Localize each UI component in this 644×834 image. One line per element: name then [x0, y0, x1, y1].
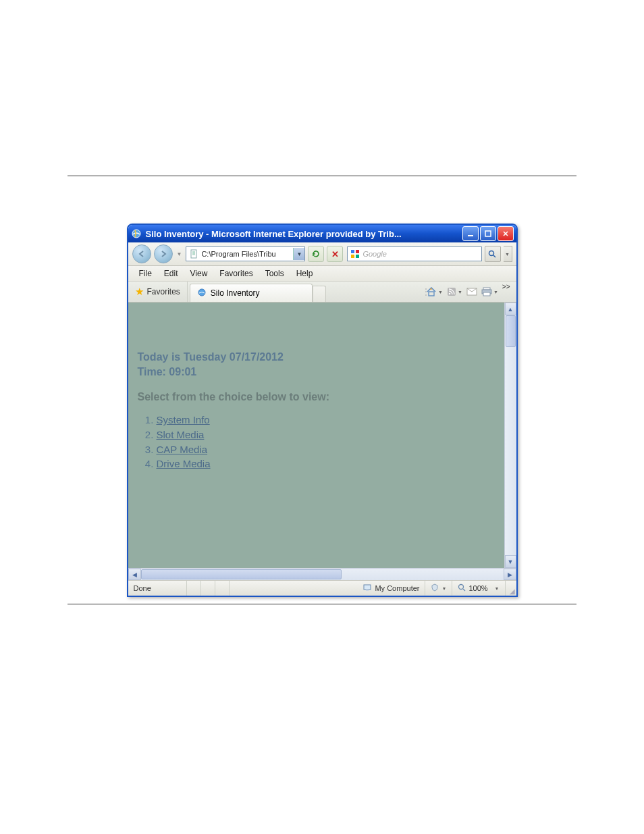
- star-icon: ★: [135, 286, 144, 298]
- stop-button[interactable]: ✕: [327, 246, 343, 262]
- computer-icon: [363, 583, 372, 594]
- status-pane: [173, 581, 187, 596]
- read-mail-button[interactable]: [464, 286, 479, 297]
- menu-help[interactable]: Help: [291, 267, 319, 280]
- svg-rect-11: [431, 288, 432, 290]
- status-pane: [215, 581, 230, 596]
- link-slot-media[interactable]: Slot Media: [157, 429, 205, 440]
- scroll-up-button[interactable]: ▲: [505, 303, 516, 315]
- menu-file[interactable]: File: [134, 267, 157, 280]
- feeds-button[interactable]: ▼: [445, 286, 464, 298]
- navigation-toolbar: ▼ C:\Program Files\Tribu ▼ ✕: [128, 242, 516, 266]
- svg-rect-1: [468, 235, 473, 236]
- time-text: Time: 09:01: [138, 365, 495, 380]
- svg-rect-3: [191, 250, 196, 258]
- menu-tools[interactable]: Tools: [260, 267, 290, 280]
- list-item: System Info: [157, 413, 495, 427]
- list-item: Drive Media: [157, 457, 495, 471]
- protected-mode-button[interactable]: ▼: [425, 581, 452, 596]
- status-pane: [187, 581, 201, 596]
- favorites-button[interactable]: ★ Favorites: [128, 282, 188, 302]
- scroll-right-button[interactable]: ▶: [504, 569, 516, 580]
- link-cap-media[interactable]: CAP Media: [157, 444, 208, 455]
- refresh-button[interactable]: [308, 246, 324, 262]
- minimize-button[interactable]: [462, 226, 479, 241]
- svg-rect-4: [351, 250, 354, 253]
- address-dropdown-icon[interactable]: ▼: [293, 248, 304, 260]
- svg-rect-17: [483, 292, 490, 296]
- scroll-track[interactable]: [505, 315, 516, 555]
- svg-rect-7: [356, 255, 359, 258]
- chevron-down-icon: ▼: [458, 290, 462, 294]
- list-item: CAP Media: [157, 442, 495, 457]
- status-text: Done: [128, 581, 173, 596]
- link-system-info[interactable]: System Info: [157, 414, 210, 425]
- svg-rect-2: [485, 231, 491, 236]
- menu-edit[interactable]: Edit: [159, 267, 184, 280]
- prompt-text: Select from the choice below to view:: [138, 391, 495, 403]
- back-button[interactable]: [132, 244, 151, 263]
- menu-favorites[interactable]: Favorites: [214, 267, 258, 280]
- svg-rect-12: [448, 288, 456, 296]
- search-placeholder: Google: [363, 250, 386, 258]
- menu-bar: File Edit View Favorites Tools Help: [128, 266, 516, 282]
- resize-grip-icon[interactable]: ◢: [506, 580, 516, 596]
- security-zone[interactable]: My Computer: [357, 581, 425, 596]
- address-text: C:\Program Files\Tribu: [201, 250, 293, 258]
- horizontal-scrollbar[interactable]: ◀ ▶: [128, 568, 516, 580]
- menu-view[interactable]: View: [185, 267, 213, 280]
- divider-bottom: [68, 604, 576, 604]
- shield-icon: [431, 583, 439, 593]
- tab-active[interactable]: Silo Inventory: [190, 284, 313, 302]
- close-button[interactable]: [498, 226, 514, 241]
- titlebar[interactable]: Silo Inventory - Microsoft Internet Expl…: [128, 225, 516, 242]
- date-text: Today is Tuesday 07/17/2012: [138, 350, 495, 365]
- tab-bar: ★ Favorites Silo Inventory ⋮ ▼ ▼: [128, 282, 516, 303]
- status-pane: [201, 581, 215, 596]
- window-title: Silo Inventory - Microsoft Internet Expl…: [146, 229, 462, 239]
- page-icon: [188, 249, 199, 259]
- search-dropdown-icon[interactable]: ▼: [504, 246, 512, 262]
- scroll-thumb[interactable]: [141, 569, 342, 579]
- vertical-scrollbar[interactable]: ▲ ▼: [504, 303, 516, 568]
- home-button[interactable]: ▼: [424, 285, 445, 298]
- zoom-control[interactable]: 100% ▼: [452, 581, 505, 596]
- svg-rect-19: [366, 590, 369, 591]
- command-bar: ⋮ ▼ ▼ ▼ >>: [421, 282, 516, 302]
- scroll-left-button[interactable]: ◀: [128, 569, 141, 580]
- viewport: Today is Tuesday 07/17/2012 Time: 09:01 …: [128, 303, 516, 568]
- browser-window: Silo Inventory - Microsoft Internet Expl…: [127, 224, 518, 597]
- chevron-down-icon: ▼: [493, 290, 498, 294]
- print-button[interactable]: ▼: [479, 286, 500, 298]
- svg-point-8: [489, 251, 494, 255]
- svg-point-13: [449, 293, 451, 295]
- link-drive-media[interactable]: Drive Media: [157, 458, 211, 469]
- svg-rect-5: [356, 250, 359, 253]
- zone-text: My Computer: [375, 584, 419, 592]
- link-list: System Info Slot Media CAP Media Drive M…: [157, 413, 495, 471]
- new-tab-button[interactable]: [313, 286, 326, 302]
- address-bar[interactable]: C:\Program Files\Tribu ▼: [186, 246, 305, 261]
- status-bar: Done My Computer ▼: [128, 580, 516, 596]
- scroll-down-button[interactable]: ▼: [505, 555, 516, 568]
- search-button[interactable]: [485, 246, 501, 262]
- page-content: Today is Tuesday 07/17/2012 Time: 09:01 …: [128, 303, 504, 568]
- forward-button[interactable]: [154, 244, 173, 263]
- svg-rect-18: [364, 585, 371, 590]
- tab-label: Silo Inventory: [211, 288, 260, 298]
- scroll-thumb[interactable]: [506, 315, 516, 347]
- scroll-track[interactable]: [141, 569, 504, 580]
- zoom-value: 100%: [468, 584, 487, 592]
- divider-top: [68, 176, 576, 176]
- chevron-down-icon: ▼: [495, 586, 500, 591]
- toolbar-overflow-button[interactable]: >>: [500, 283, 512, 290]
- ie-logo-icon: [131, 228, 142, 239]
- search-box[interactable]: Google: [347, 246, 481, 261]
- google-icon: [350, 249, 360, 259]
- svg-rect-10: [429, 292, 434, 296]
- nav-history-dropdown-icon[interactable]: ▼: [176, 251, 184, 257]
- maximize-button[interactable]: [480, 226, 496, 241]
- ie-page-icon: [197, 288, 207, 299]
- svg-point-20: [459, 585, 464, 590]
- chevron-down-icon: ▼: [441, 586, 446, 591]
